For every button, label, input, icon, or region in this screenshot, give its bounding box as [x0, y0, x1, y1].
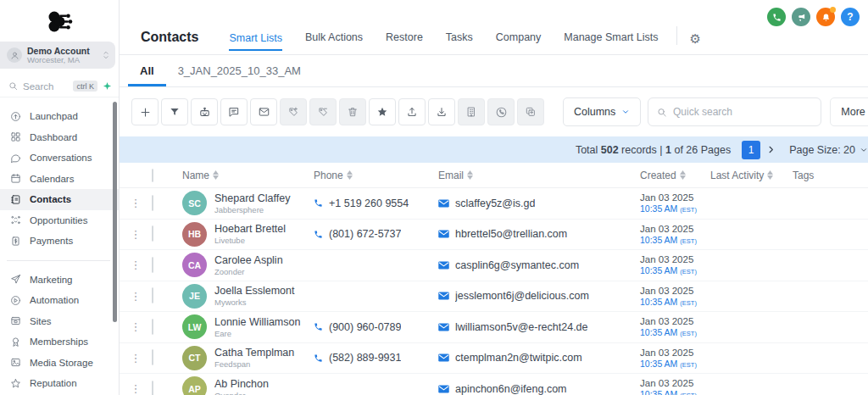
quick-search-input[interactable]	[673, 106, 812, 118]
delete-button[interactable]	[339, 98, 366, 125]
tab-bulk-actions[interactable]: Bulk Actions	[305, 31, 363, 45]
sidebar-item-reputation[interactable]: Reputation	[0, 373, 119, 394]
tab-company[interactable]: Company	[496, 31, 542, 45]
contact-email[interactable]: casplin6g@symantec.com	[455, 259, 579, 271]
contact-name[interactable]: Lonnie Williamson	[214, 316, 300, 329]
sidebar-item-conversations[interactable]: Conversations	[0, 147, 119, 169]
more-filters-button[interactable]: More Filters	[830, 97, 868, 126]
page-size-selector[interactable]: Page Size: 20	[789, 144, 868, 156]
tab-smart-lists[interactable]: Smart Lists	[229, 32, 282, 51]
whatsapp-button[interactable]	[487, 98, 515, 125]
row-menu-icon[interactable]: ⋮	[120, 352, 152, 364]
next-page-button[interactable]	[766, 145, 776, 154]
sidebar-item-media-storage[interactable]: Media Storage	[0, 353, 119, 374]
tab-manage-smart-lists[interactable]: Manage Smart Lists	[564, 31, 658, 45]
contact-email[interactable]: hbrettel5o@trellian.com	[455, 228, 567, 240]
row-checkbox[interactable]	[152, 287, 153, 303]
sidebar-scrollbar[interactable]	[113, 102, 117, 322]
created-time: 10:35 AM	[640, 297, 677, 307]
row-checkbox[interactable]	[152, 225, 153, 242]
email-icon	[438, 323, 449, 331]
merge-button[interactable]	[517, 98, 544, 125]
remove-tag-button[interactable]	[309, 98, 337, 125]
import-button[interactable]	[428, 98, 455, 125]
notification-bell-icon[interactable]	[816, 8, 835, 26]
contact-email[interactable]: lwilliamson5v@e-recht24.de	[455, 321, 588, 333]
quick-search-field[interactable]	[648, 97, 821, 126]
sidebar-item-marketing[interactable]: Marketing	[0, 270, 119, 291]
contact-email[interactable]: jesslemont6j@delicious.com	[455, 290, 589, 302]
column-header-phone[interactable]: Phone	[314, 170, 438, 181]
filter-button[interactable]	[161, 98, 188, 125]
contact-email[interactable]: apinchon6n@ifeng.com	[455, 383, 567, 395]
sidebar-item-dashboard[interactable]: Dashboard	[0, 127, 119, 148]
row-checkbox[interactable]	[152, 195, 153, 211]
gear-icon[interactable]: ⚙	[689, 32, 700, 45]
contact-name[interactable]: Ab Pinchon	[214, 378, 269, 391]
contact-phone[interactable]: +1 519 260 9554	[329, 198, 409, 209]
avatar: SC	[182, 191, 207, 215]
export-button[interactable]	[398, 98, 426, 125]
contact-name[interactable]: Carolee Asplin	[214, 254, 283, 267]
column-header-created[interactable]: Created	[640, 170, 710, 181]
row-menu-icon[interactable]: ⋮	[120, 228, 152, 241]
add-contact-button[interactable]	[131, 98, 159, 125]
spark-icon[interactable]	[103, 81, 112, 91]
send-sms-button[interactable]	[220, 98, 248, 125]
sidebar-item-contacts[interactable]: Contacts	[0, 189, 119, 210]
row-menu-icon[interactable]: ⋮	[120, 259, 152, 271]
contact-name[interactable]: Catha Templman	[214, 347, 294, 359]
account-switcher[interactable]: Demo Account Worcester, MA	[0, 42, 115, 69]
select-all-checkbox[interactable]	[152, 169, 153, 182]
star-outline-icon	[9, 378, 22, 389]
row-checkbox[interactable]	[152, 257, 153, 273]
tab-restore[interactable]: Restore	[386, 31, 423, 45]
row-checkbox[interactable]	[152, 381, 153, 395]
column-header-last-activity[interactable]: Last Activity	[710, 170, 793, 181]
brand-logo[interactable]	[0, 0, 119, 39]
search-shortcut-badge: ctrl K	[73, 81, 97, 92]
contact-phone[interactable]: (801) 672-5737	[329, 228, 401, 240]
sidebar-item-payments[interactable]: Payments	[0, 231, 119, 252]
sidebar-item-sites[interactable]: Sites	[0, 311, 119, 332]
row-checkbox[interactable]	[152, 319, 153, 335]
column-header-email[interactable]: Email	[438, 170, 640, 181]
row-menu-icon[interactable]: ⋮	[120, 290, 152, 303]
global-search[interactable]: Search ctrl K	[0, 75, 119, 97]
row-menu-icon[interactable]: ⋮	[120, 197, 152, 209]
column-header-name[interactable]: Name	[182, 170, 314, 181]
contact-phone[interactable]: (900) 960-0789	[329, 321, 401, 333]
tab-tasks[interactable]: Tasks	[446, 31, 473, 45]
contact-name[interactable]: Hoebart Brettel	[214, 223, 286, 236]
columns-button[interactable]: Columns	[563, 97, 641, 126]
column-header-tags[interactable]: Tags	[793, 170, 868, 181]
sidebar-item-launchpad[interactable]: Launchpad	[0, 106, 119, 127]
contact-name[interactable]: Joella Esslemont	[214, 285, 295, 298]
sidebar-item-opportunities[interactable]: Opportunities	[0, 210, 119, 231]
list-tab-saved[interactable]: 3_JAN_2025_10_33_AM	[166, 55, 313, 86]
row-checkbox[interactable]	[152, 349, 153, 365]
page-number-button[interactable]: 1	[742, 141, 760, 159]
sort-icon	[213, 170, 219, 180]
add-to-company-button[interactable]	[458, 98, 485, 125]
contact-phone[interactable]: (582) 889-9931	[329, 352, 401, 364]
created-time: 10:35 AM	[640, 203, 677, 214]
contact-name[interactable]: Shepard Claffey	[214, 192, 290, 205]
sidebar-item-memberships[interactable]: Memberships	[0, 331, 119, 353]
table-row: ⋮ AP Ab Pinchon Oyonder apinchon6n@ifeng…	[120, 374, 868, 395]
add-tag-button[interactable]	[280, 98, 307, 125]
contact-email[interactable]: ctemplman2n@twitpic.com	[455, 352, 582, 364]
row-menu-icon[interactable]: ⋮	[120, 382, 152, 395]
bot-button[interactable]	[191, 98, 218, 125]
sidebar-item-automation[interactable]: Automation	[0, 290, 119, 311]
help-icon[interactable]: ?	[841, 8, 860, 26]
star-button[interactable]	[369, 98, 396, 125]
list-tab-all[interactable]: All	[128, 55, 166, 86]
sidebar-item-calendars[interactable]: Calendars	[0, 169, 119, 190]
contact-company: Livetube	[214, 236, 286, 245]
row-menu-icon[interactable]: ⋮	[120, 320, 152, 333]
contact-email[interactable]: sclaffey5z@is.gd	[455, 198, 535, 209]
phone-icon[interactable]	[767, 8, 786, 26]
send-email-button[interactable]	[250, 98, 277, 125]
megaphone-icon[interactable]	[792, 8, 810, 26]
